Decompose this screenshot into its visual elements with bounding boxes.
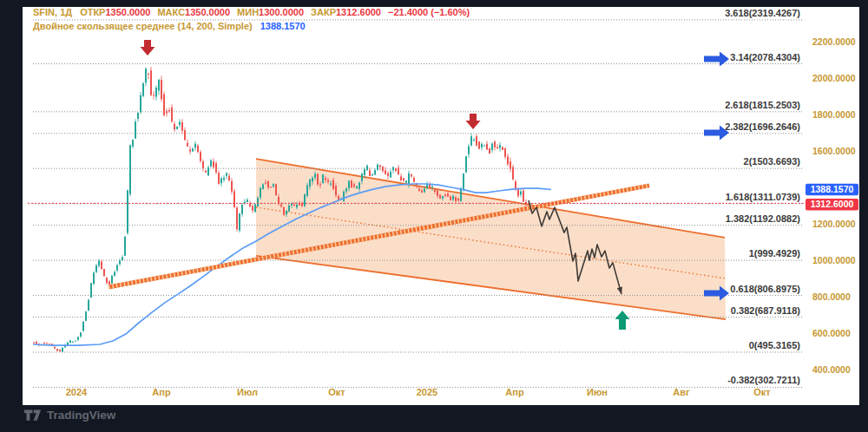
time-axis-label: Апр <box>505 387 524 397</box>
fib-level-label: 0.618(806.8975) <box>730 284 800 294</box>
price-chart-canvas[interactable]: 3.618(2319.4267)3.14(2078.4304)2.618(181… <box>0 0 868 432</box>
fib-level-label: 1(999.4929) <box>749 248 801 259</box>
time-axis-label: Июн <box>587 387 608 397</box>
fib-level-label: 2.618(1815.2503) <box>725 100 800 110</box>
fib-level-label: 3.618(2319.4267) <box>725 8 800 18</box>
tradingview-label: TradingView <box>47 409 115 422</box>
tradingview-watermark[interactable]: TradingView <box>23 408 115 422</box>
fib-level-label: 1.382(1192.0882) <box>726 213 801 224</box>
ma-price-badge-value: 1388.1570 <box>811 184 854 194</box>
open-label: ОТКР <box>80 7 105 17</box>
price-axis-label: 2200.0000 <box>812 36 856 47</box>
price-axis-label: 1200.0000 <box>812 219 856 229</box>
price-axis-label: 400.0000 <box>812 364 851 375</box>
low-value: 1300.0000 <box>259 7 304 17</box>
indicator-name[interactable]: Двойное скользящее среднее (14, 200, Sim… <box>33 21 253 31</box>
low-label: МИН <box>237 7 259 17</box>
fib-level-label: -0.382(302.7211) <box>727 375 800 385</box>
fib-level-label: 3.14(2078.4304) <box>730 52 800 62</box>
time-axis-label: Июл <box>237 387 258 397</box>
high-value: 1350.0000 <box>185 7 230 17</box>
fib-level-label: 2(1503.6693) <box>744 156 801 167</box>
fib-level-label: 0(495.3165) <box>749 340 801 350</box>
price-axis-label: 800.0000 <box>812 291 851 302</box>
last-price-badge-value: 1312.6000 <box>811 199 854 209</box>
chart-legend: SFIN, 1ДОТКР1350.0000МАКС1350.0000МИН130… <box>33 5 470 33</box>
close-label: ЗАКР <box>311 7 336 17</box>
fib-level-label: 2.382(1696.2646) <box>725 121 800 132</box>
tradingview-logo-icon <box>23 408 42 422</box>
time-axis-label: Окт <box>753 387 771 397</box>
change-value: −21.4000 (−1.60%) <box>388 7 470 17</box>
price-axis-label: 600.0000 <box>812 328 851 338</box>
legend-main-row[interactable]: SFIN, 1ДОТКР1350.0000МАКС1350.0000МИН130… <box>33 5 470 19</box>
open-value: 1350.0000 <box>105 7 150 17</box>
price-axis-label: 1000.0000 <box>812 255 856 265</box>
fib-level-label: 1.618(1311.0739) <box>726 192 801 202</box>
symbol-title[interactable]: SFIN, 1Д <box>33 7 72 17</box>
legend-indicator-row[interactable]: Двойное скользящее среднее (14, 200, Sim… <box>33 19 470 33</box>
price-axis-label: 1800.0000 <box>812 109 856 120</box>
price-axis-label: 1600.0000 <box>812 146 856 156</box>
price-axis-label: 2000.0000 <box>812 73 856 83</box>
close-value: 1312.6000 <box>336 7 381 17</box>
time-axis-label: 2025 <box>417 387 437 397</box>
indicator-value: 1388.1570 <box>260 21 306 31</box>
tradingview-window: 3.618(2319.4267)3.14(2078.4304)2.618(181… <box>0 0 868 432</box>
fib-level-label: 0.382(687.9118) <box>731 305 800 316</box>
time-axis-label: Апр <box>152 387 171 397</box>
high-label: МАКС <box>157 7 185 17</box>
time-axis-label: 2024 <box>66 387 88 397</box>
time-axis-label: Авг <box>673 387 690 397</box>
time-axis-label: Окт <box>328 387 345 397</box>
